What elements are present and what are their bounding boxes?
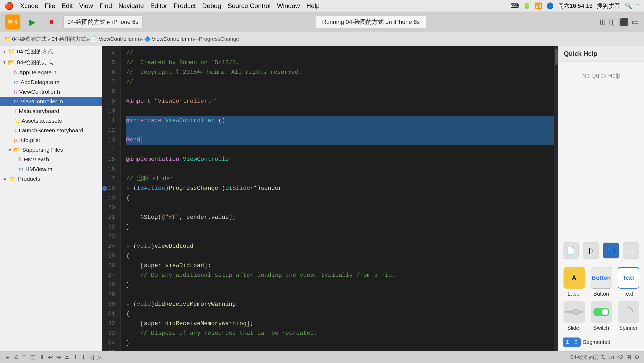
search-icon[interactable]: 🔍 — [625, 2, 632, 9]
breadcrumb-method[interactable]: -ProgressChange: — [197, 36, 240, 42]
down-btn[interactable]: ⬇ — [81, 354, 86, 361]
editor-split-btn[interactable]: ⊞ — [626, 354, 631, 361]
sidebar-item-hmview-h[interactable]: h HMView.h — [0, 155, 102, 164]
code-line: NSLog(@"%f", sender.value); — [126, 213, 554, 222]
breadcrumb: 📁 04-绘图的方式 ▸ 04-绘图的方式 ▸ 📄 ViewController… — [0, 32, 644, 46]
sidebar-item-viewcontroller-h[interactable]: h ViewController.h — [0, 87, 102, 97]
menu-product[interactable]: Product — [174, 2, 196, 10]
code-line: - (void)didReceiveMemoryWarning — [126, 300, 554, 309]
sidebar-group-project-header[interactable]: ▾ 📁 04-绘图的方式 — [0, 46, 102, 57]
file-label: HMView.h — [24, 156, 49, 163]
file-label: HMView.m — [25, 166, 52, 172]
breadcrumb-file[interactable]: ViewController.m — [99, 36, 139, 42]
file-m-icon: m — [14, 79, 19, 85]
back-btn[interactable]: ◁ — [89, 354, 94, 361]
code-lines[interactable]: // // Created by Romeo on 15/12/5. // Co… — [121, 46, 554, 351]
stop-button[interactable]: ■ — [44, 14, 59, 30]
breadcrumb-class[interactable]: ViewController.m — [152, 36, 192, 42]
apple-menu[interactable]: 🍎 — [4, 1, 14, 10]
sidebar-item-main-storyboard[interactable]: ↕ Main.storyboard — [0, 106, 102, 116]
code-line-breakpoint: - (IBAction)ProgressChange:(UISlider*)se… — [126, 184, 554, 193]
folder-supporting-icon: 📂 — [13, 147, 20, 153]
line-numbers: 4 5 6 7 8 9 10 11 12 13 14 15 16 17 18 — [102, 46, 121, 351]
code-line: @implementation ViewController — [126, 155, 554, 164]
svg-point-0 — [624, 308, 633, 316]
toolbar: 暂停 ▶ ■ 04-绘图的方式 ▸ iPhone 6s Running 04-绘… — [0, 12, 644, 32]
code-scroll-area[interactable]: 4 5 6 7 8 9 10 11 12 13 14 15 16 17 18 — [102, 46, 558, 351]
utilities-toggle[interactable]: ▭ — [632, 17, 639, 26]
products-folder-icon: 📁 — [9, 176, 16, 182]
sidebar-item-viewcontroller-m[interactable]: m ViewController.m — [0, 97, 102, 106]
code-line: } — [126, 338, 554, 348]
sidebar-item-infoplist[interactable]: p Info.plist — [0, 135, 102, 145]
history-button[interactable]: ⟲ — [13, 354, 18, 361]
sidebar-products-header[interactable]: ▸ 📁 Products — [0, 174, 102, 184]
segment-row: 1 2 Segmented — [563, 337, 640, 347]
sidebar-subgroup-header[interactable]: ▾ 📂 04-绘图的方式 — [0, 57, 102, 68]
file-label: ViewController.m — [21, 98, 63, 105]
sidebar-item-appdelegate-h[interactable]: h AppDelegate.h — [0, 68, 102, 77]
subgroup-label: 04-绘图的方式 — [17, 59, 53, 66]
seg-caption: Segmented — [583, 339, 610, 345]
bottom-bar-right: 04-绘图的方式 Ln: 42 ⊞ ⚙ — [570, 354, 640, 361]
menu-view[interactable]: View — [79, 2, 93, 10]
debug-pause-btn[interactable]: ⏸ — [39, 354, 45, 361]
fwd-btn[interactable]: ▷ — [97, 354, 101, 361]
menu-edit[interactable]: Edit — [62, 2, 73, 10]
code-line — [126, 232, 554, 242]
sidebar-item-appdelegate-m[interactable]: m AppDelegate.m — [0, 77, 102, 87]
menu-help[interactable]: Help — [306, 2, 320, 10]
menu-editor[interactable]: Editor — [150, 2, 167, 10]
menu-navigate[interactable]: Navigate — [118, 2, 144, 10]
control-strip[interactable]: ≡ — [636, 2, 640, 9]
file-inspector-btn[interactable]: 📄 — [563, 242, 579, 259]
menu-source-control[interactable]: Source Control — [228, 2, 270, 10]
textfield-text: Text — [623, 291, 633, 297]
navigator-toggle-icon: ☰ — [21, 354, 27, 361]
add-file-button[interactable]: ＋ — [4, 353, 10, 361]
identity-inspector-btn[interactable]: 🔵 — [603, 242, 619, 259]
sidebar-item-launchscreen[interactable]: ↕ LaunchScreen.storyboard — [0, 126, 102, 135]
debug-toggle[interactable]: ⬛ — [619, 17, 628, 26]
label-icon: A — [564, 267, 585, 289]
menu-find[interactable]: Find — [100, 2, 112, 10]
code-line-highlighted: @interface ViewController () — [126, 116, 554, 126]
vertical-scrollbar[interactable] — [554, 46, 558, 351]
sidebar-supporting-files-header[interactable]: ▾ 📂 Supporting Files — [0, 145, 102, 155]
code-line — [126, 106, 554, 116]
scrollbar-thumb[interactable] — [555, 49, 558, 65]
editor-settings-btn[interactable]: ⚙ — [634, 354, 640, 361]
editor-layout-button[interactable]: ⊞ — [599, 17, 606, 26]
sidebar-item-assets[interactable]: 🗂 Assets.xcassets — [0, 116, 102, 126]
editor-area: 4 5 6 7 8 9 10 11 12 13 14 15 16 17 18 — [102, 46, 558, 351]
code-line: // Created by Romeo on 15/12/5. — [126, 58, 554, 68]
status-text: Running 04-绘图的方式 on iPhone 6s — [315, 16, 426, 28]
code-line: { — [126, 309, 554, 319]
file-label: AppDelegate.h — [19, 69, 56, 76]
menu-file[interactable]: File — [45, 2, 55, 10]
quick-help-btn[interactable]: {} — [583, 242, 599, 259]
play-button[interactable]: ▶ — [25, 14, 40, 30]
scheme-selector[interactable]: 04-绘图的方式 ▸ iPhone 6s — [63, 16, 142, 28]
size-inspector-btn[interactable]: □ — [623, 242, 639, 259]
switch-text: Switch — [593, 325, 609, 331]
obj-item-spinner: Spinner — [617, 301, 640, 331]
input-method[interactable]: 搜狗拼音 — [597, 2, 620, 10]
pause-button[interactable]: 暂停 — [5, 14, 20, 30]
object-grid: A Label Button Button Text Text — [563, 263, 640, 335]
sidebar-item-hmview-m[interactable]: m HMView.m — [0, 164, 102, 174]
up-btn[interactable]: ⬆ — [73, 354, 78, 361]
plist-icon: p — [14, 137, 17, 143]
menu-window[interactable]: Window — [277, 2, 300, 10]
menu-xcode[interactable]: Xcode — [20, 2, 38, 10]
breadcrumb-project[interactable]: 04-绘图的方式 — [12, 35, 47, 43]
file-label: ViewController.h — [19, 89, 60, 95]
step-out-btn[interactable]: ⏏ — [64, 354, 70, 361]
step-over-btn[interactable]: ↩ — [48, 354, 53, 361]
menu-debug[interactable]: Debug — [202, 2, 221, 10]
step-into-btn[interactable]: ↪ — [56, 354, 61, 361]
assets-icon: 🗂 — [14, 118, 19, 124]
breadcrumb-group[interactable]: 04-绘图的方式 — [52, 35, 86, 43]
navigator-toggle[interactable]: ◫ — [609, 17, 616, 26]
code-line — [126, 87, 554, 97]
